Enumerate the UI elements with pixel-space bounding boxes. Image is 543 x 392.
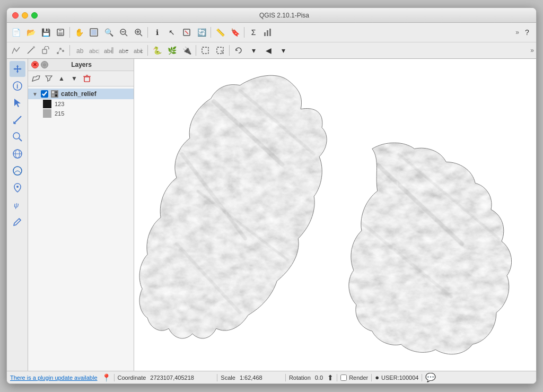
svg-text:ψ: ψ bbox=[14, 201, 19, 209]
toolbar-row1: 📄 📂 💾 ✋ 🔍 ℹ ↖ 🔄 bbox=[7, 23, 536, 42]
statusbar: There is a plugin update available 📍 Coo… bbox=[7, 371, 536, 384]
identify-tool-button[interactable]: i bbox=[10, 78, 25, 94]
sum-button[interactable]: Σ bbox=[247, 25, 260, 39]
svg-rect-14 bbox=[264, 32, 266, 36]
bookmark-button[interactable]: 🔖 bbox=[228, 25, 242, 39]
new-project-button[interactable]: 📄 bbox=[9, 25, 23, 39]
globe2-tool-button[interactable] bbox=[10, 163, 25, 179]
legend-item-215: 215 bbox=[28, 109, 134, 118]
globe-tool-button[interactable] bbox=[10, 146, 25, 162]
edit-line-button[interactable] bbox=[24, 43, 38, 57]
pan-tool-button[interactable] bbox=[10, 61, 25, 77]
plugin-update-link[interactable]: There is a plugin update available bbox=[10, 374, 98, 381]
pan-map-button[interactable]: ✋ bbox=[72, 25, 86, 39]
render-checkbox[interactable] bbox=[340, 374, 347, 381]
sep-status-4 bbox=[337, 374, 337, 381]
svg-rect-48 bbox=[84, 77, 90, 82]
layers-toolbar: ▲ ▼ bbox=[28, 71, 134, 86]
sep-status-6 bbox=[422, 374, 422, 381]
map-view bbox=[134, 59, 536, 371]
help-button[interactable]: ? bbox=[520, 25, 534, 39]
select-rect-button[interactable] bbox=[198, 43, 212, 57]
sep8 bbox=[229, 45, 230, 56]
svg-line-6 bbox=[125, 34, 127, 36]
zoom-out-button[interactable] bbox=[117, 25, 130, 39]
edit-tool-button[interactable] bbox=[10, 214, 25, 230]
open-project-button[interactable]: 📂 bbox=[24, 25, 38, 39]
grass-button[interactable]: 🌿 bbox=[165, 43, 179, 57]
back-drop-button[interactable]: ▾ bbox=[276, 43, 290, 57]
select-drop-button[interactable] bbox=[213, 43, 227, 57]
toggle-edit-button[interactable] bbox=[39, 43, 52, 57]
rotation-value: 0.0 bbox=[315, 374, 323, 381]
annotation-tool-button[interactable]: ψ bbox=[10, 197, 25, 213]
add-feature-button[interactable]: abc bbox=[72, 43, 86, 57]
plugin-button[interactable]: 🔌 bbox=[180, 43, 194, 57]
traffic-lights bbox=[12, 12, 38, 19]
measure-button[interactable]: 📏 bbox=[213, 25, 227, 39]
identify-button[interactable]: ℹ bbox=[150, 25, 164, 39]
svg-marker-35 bbox=[14, 99, 21, 107]
legend-label-123: 123 bbox=[55, 101, 64, 107]
digitize-button[interactable] bbox=[9, 43, 23, 57]
waypoint-tool-button[interactable] bbox=[10, 180, 25, 196]
layer-item-catch-relief[interactable]: ▼ catch_relief bbox=[28, 89, 134, 99]
stats-button[interactable] bbox=[261, 25, 275, 39]
main-area: i ψ bbox=[7, 59, 536, 371]
measure-tool-button[interactable] bbox=[10, 112, 25, 128]
label-button4[interactable]: abci bbox=[132, 43, 145, 57]
select-tool-button[interactable] bbox=[10, 95, 25, 111]
svg-point-18 bbox=[33, 46, 35, 48]
svg-text:abc: abc bbox=[119, 48, 128, 54]
layers-close-button[interactable]: ✕ bbox=[31, 61, 39, 68]
save-as-button[interactable] bbox=[54, 25, 67, 39]
rotate-drop-button[interactable]: ▾ bbox=[247, 43, 260, 57]
window-title: QGIS 2.10.1-Pisa bbox=[38, 12, 531, 19]
maximize-button[interactable] bbox=[31, 12, 38, 19]
coordinate-label: Coordinate bbox=[118, 374, 146, 381]
layers-header: ✕ ○ Layers bbox=[28, 59, 134, 71]
rotation-spinner[interactable]: ⬆ bbox=[327, 373, 334, 382]
zoom-layer-button[interactable] bbox=[132, 25, 145, 39]
layer-visibility-checkbox[interactable] bbox=[41, 90, 48, 98]
toolbar-overflow-2[interactable]: » bbox=[530, 47, 534, 54]
coordinate-value: 2723107,405218 bbox=[150, 374, 214, 381]
label-button1[interactable]: abc| bbox=[87, 43, 101, 57]
minimize-button[interactable] bbox=[22, 12, 28, 19]
open-layer-button[interactable] bbox=[30, 73, 42, 84]
legend-color-215 bbox=[43, 109, 51, 118]
remove-layer-button[interactable] bbox=[81, 73, 93, 84]
move-up-button[interactable]: ▲ bbox=[56, 73, 67, 84]
toolbar-overflow-1[interactable]: » bbox=[515, 29, 519, 36]
node-tool-button[interactable] bbox=[54, 43, 67, 57]
zoom-fullextent-button[interactable] bbox=[87, 25, 101, 39]
svg-point-39 bbox=[13, 133, 20, 139]
save-button[interactable]: 💾 bbox=[39, 25, 52, 39]
message-icon[interactable]: 💬 bbox=[425, 372, 436, 382]
label-button2[interactable]: abc bbox=[102, 43, 116, 57]
user-label: USER:100004 bbox=[381, 374, 418, 381]
sep-status-1 bbox=[114, 374, 115, 381]
close-button[interactable] bbox=[12, 12, 19, 19]
move-down-button[interactable]: ▼ bbox=[68, 73, 80, 84]
toolbar-container: 📄 📂 💾 ✋ 🔍 ℹ ↖ 🔄 bbox=[7, 23, 536, 59]
rotate-button[interactable] bbox=[232, 43, 246, 57]
svg-text:i: i bbox=[141, 48, 142, 54]
python-button[interactable]: 🐍 bbox=[150, 43, 164, 57]
svg-line-13 bbox=[185, 31, 188, 34]
refresh-button[interactable]: 🔄 bbox=[195, 25, 208, 39]
scale-item: Scale 1:62,468 bbox=[221, 374, 282, 381]
map-canvas[interactable] bbox=[134, 59, 536, 371]
select-button[interactable]: ↖ bbox=[165, 25, 179, 39]
main-window: QGIS 2.10.1-Pisa 📄 📂 💾 ✋ 🔍 bbox=[6, 7, 537, 384]
zoom-tool-button[interactable] bbox=[10, 129, 25, 145]
label-button3[interactable]: abc bbox=[117, 43, 130, 57]
layers-info-button[interactable]: ○ bbox=[41, 61, 48, 68]
middle-area: ✕ ○ Layers ▲ ▼ bbox=[28, 59, 536, 371]
zoom-in-button[interactable]: 🔍 bbox=[102, 25, 116, 39]
deselect-button[interactable] bbox=[180, 25, 194, 39]
svg-rect-15 bbox=[267, 30, 268, 36]
filter-layer-button[interactable] bbox=[43, 73, 55, 84]
back-button[interactable]: ◀ bbox=[261, 43, 275, 57]
sep1 bbox=[69, 27, 70, 38]
